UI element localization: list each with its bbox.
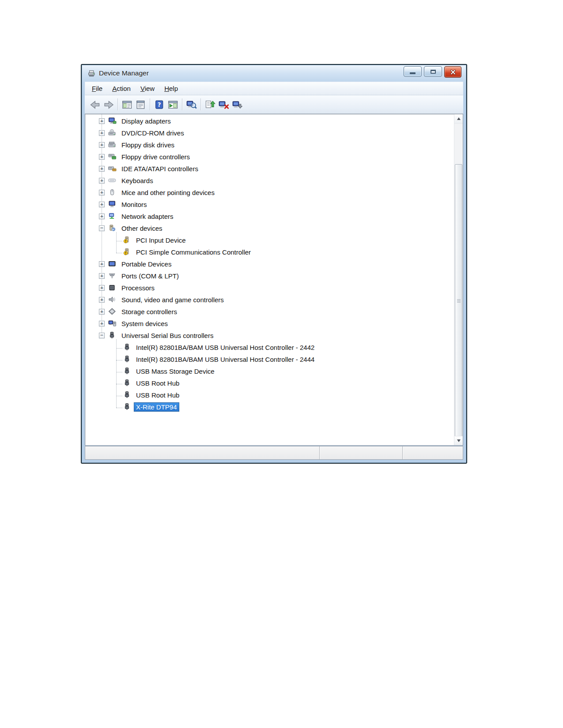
menu-bar: FileActionViewHelp [85, 82, 463, 95]
expand-plus-icon[interactable]: + [99, 273, 105, 279]
tree-item[interactable]: −Universal Serial Bus controllers [85, 330, 454, 341]
tree-item-label[interactable]: Portable Devices [119, 259, 174, 269]
tree-item[interactable]: +Floppy disk drives [85, 139, 454, 151]
menu-file[interactable]: File [87, 83, 107, 94]
toolbar-scan-hardware-changes-button[interactable] [185, 98, 198, 111]
tree-item-label[interactable]: Sound, video and game controllers [119, 295, 226, 304]
tree-item-label[interactable]: USB Mass Storage Device [134, 367, 217, 376]
tree-item[interactable]: −Other devices [85, 222, 454, 234]
tree-item-label[interactable]: Mice and other pointing devices [119, 188, 217, 197]
mouse-icon [108, 189, 117, 196]
tree-item-label[interactable]: PCI Input Device [134, 236, 188, 245]
expand-plus-icon[interactable]: + [99, 309, 105, 315]
tree-item-label[interactable]: Ports (COM & LPT) [119, 271, 181, 281]
tree-item-label[interactable]: Keyboards [119, 176, 155, 185]
menu-action[interactable]: Action [107, 83, 136, 94]
tree-item[interactable]: X-Rite DTP94 [85, 401, 454, 413]
tree-item[interactable]: +Portable Devices [85, 258, 454, 270]
collapse-minus-icon[interactable]: − [99, 333, 105, 338]
scroll-up-button[interactable] [454, 114, 463, 124]
tree-item[interactable]: USB Root Hub [85, 389, 454, 401]
ide-controller-icon [108, 165, 117, 172]
toolbar-show-console-tree-button[interactable] [120, 98, 134, 111]
status-bar [85, 446, 463, 460]
tree-item[interactable]: USB Mass Storage Device [85, 365, 454, 377]
tree-item[interactable]: +Storage controllers [85, 306, 454, 318]
toolbar-uninstall-button[interactable] [217, 98, 230, 111]
status-section [85, 447, 319, 459]
toolbar-help-button[interactable]: ? [152, 98, 166, 111]
toolbar-back-button[interactable] [88, 98, 102, 111]
tree-item[interactable]: PCI Simple Communications Controller [85, 246, 454, 258]
tree-item-label[interactable]: Intel(R) 82801BA/BAM USB Universal Host … [134, 343, 317, 352]
menu-view[interactable]: View [136, 83, 159, 94]
tree-item-label[interactable]: Network adapters [119, 212, 176, 221]
expand-plus-icon[interactable]: + [99, 190, 105, 195]
expand-plus-icon[interactable]: + [99, 202, 105, 207]
window-controls [404, 66, 461, 78]
tree-item[interactable]: +Network adapters [85, 210, 454, 222]
tree-item-label[interactable]: Floppy drive controllers [119, 152, 192, 161]
tree-item-label[interactable]: PCI Simple Communications Controller [134, 248, 253, 257]
tree-item[interactable]: +Monitors [85, 199, 454, 210]
tree-item[interactable]: PCI Input Device [85, 234, 454, 246]
expand-plus-icon[interactable]: + [99, 285, 105, 291]
tree-item-label[interactable]: X-Rite DTP94 [134, 402, 179, 412]
tree-item[interactable]: +Keyboards [85, 175, 454, 187]
tree-item[interactable]: +IDE ATA/ATAPI controllers [85, 163, 454, 175]
toolbar-show-action-pane-button[interactable] [166, 98, 180, 111]
tree-item[interactable]: +Ports (COM & LPT) [85, 270, 454, 282]
expand-plus-icon[interactable]: + [99, 166, 105, 172]
expand-plus-icon[interactable]: + [99, 321, 105, 326]
tree-item[interactable]: +Processors [85, 282, 454, 294]
maximize-button[interactable] [424, 66, 442, 77]
expand-plus-icon[interactable]: + [99, 261, 105, 267]
tree-item-label[interactable]: Processors [119, 283, 157, 293]
tree-item[interactable]: +System devices [85, 318, 454, 330]
expand-plus-icon[interactable]: + [99, 142, 105, 148]
expand-plus-icon[interactable]: + [99, 297, 105, 303]
close-button[interactable] [444, 66, 461, 78]
tree-item[interactable]: +Floppy drive controllers [85, 151, 454, 163]
tree-item-label[interactable]: IDE ATA/ATAPI controllers [119, 164, 200, 173]
scroll-down-button[interactable] [454, 436, 463, 445]
tree-item-label[interactable]: Storage controllers [119, 307, 179, 316]
title-bar[interactable]: Device Manager [85, 65, 463, 82]
tree-item-label[interactable]: System devices [119, 319, 170, 328]
collapse-minus-icon[interactable]: − [99, 225, 105, 231]
menu-help[interactable]: Help [159, 83, 183, 94]
expand-plus-icon[interactable]: + [99, 178, 105, 184]
tree-item[interactable]: +Display adapters [85, 115, 454, 127]
tree-item-label[interactable]: Display adapters [119, 116, 173, 126]
tree-item[interactable]: USB Root Hub [85, 377, 454, 389]
tree-item-label[interactable]: USB Root Hub [134, 390, 181, 400]
toolbar-update-driver-button[interactable] [203, 98, 217, 111]
toolbar-properties-button[interactable] [134, 98, 147, 111]
floppy-controller-icon [108, 153, 117, 160]
expand-plus-icon[interactable]: + [99, 118, 105, 124]
tree-item[interactable]: +DVD/CD-ROM drives [85, 127, 454, 139]
expand-plus-icon[interactable]: + [99, 154, 105, 160]
tree-item-label[interactable]: Universal Serial Bus controllers [119, 331, 215, 340]
scan-computer-icon [186, 100, 197, 109]
vertical-scrollbar[interactable] [454, 114, 463, 445]
toolbar-separator [117, 98, 118, 110]
tree-item-label[interactable]: Floppy disk drives [119, 140, 177, 150]
tree-item[interactable]: +Mice and other pointing devices [85, 187, 454, 199]
tree-item-label[interactable]: DVD/CD-ROM drives [119, 128, 186, 138]
toolbar-forward-button[interactable] [102, 98, 115, 111]
svg-text:?: ? [157, 101, 161, 108]
tree-item[interactable]: Intel(R) 82801BA/BAM USB Universal Host … [85, 353, 454, 365]
expand-plus-icon[interactable]: + [99, 130, 105, 136]
tree-item-label[interactable]: Other devices [119, 224, 165, 233]
tree-item-label[interactable]: Monitors [119, 200, 149, 209]
tree-item-label[interactable]: USB Root Hub [134, 379, 181, 388]
toolbar-disable-button[interactable] [230, 98, 244, 111]
tree-item-label[interactable]: Intel(R) 82801BA/BAM USB Universal Host … [134, 355, 317, 364]
minimize-button[interactable] [404, 66, 422, 77]
window-title: Device Manager [99, 69, 404, 77]
tree-item[interactable]: Intel(R) 82801BA/BAM USB Universal Host … [85, 341, 454, 353]
scrollbar-thumb[interactable] [455, 164, 462, 438]
tree-item[interactable]: +Sound, video and game controllers [85, 294, 454, 306]
expand-plus-icon[interactable]: + [99, 214, 105, 219]
